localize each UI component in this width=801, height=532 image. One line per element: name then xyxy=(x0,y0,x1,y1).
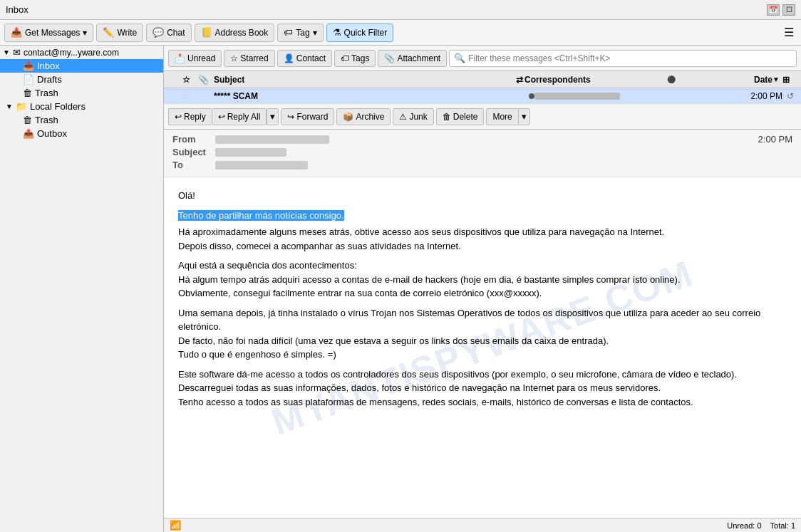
from-row: From 2:00 PM xyxy=(172,134,792,145)
email-body: MYANTISPYWARE.COM Olá! Tenho de partilha… xyxy=(164,177,801,518)
unread-label: Unread xyxy=(187,53,215,63)
email-para-12: Descarreguei todas as suas informações, … xyxy=(178,381,787,395)
email-para-7: Uma semana depois, já tinha instalado o … xyxy=(178,306,787,334)
subject-row: Subject xyxy=(172,147,792,157)
contact-filter-button[interactable]: 👤 Contact xyxy=(277,50,332,67)
sidebar-item-outbox[interactable]: 📤 Outbox xyxy=(0,127,163,140)
window-title: Inbox xyxy=(6,4,767,15)
chat-button[interactable]: 💬 Chat xyxy=(146,24,191,42)
delete-button[interactable]: 🗑 Delete xyxy=(436,108,485,125)
col-correspondents-header[interactable]: Correspondents xyxy=(524,75,667,85)
quick-filter-label: Quick Filter xyxy=(344,28,388,38)
junk-button[interactable]: ⚠ Junk xyxy=(393,108,433,125)
email-para-4: Há algum tempo atrás adquiri acesso a co… xyxy=(178,273,787,287)
more-button[interactable]: More xyxy=(486,108,517,125)
junk-label: Junk xyxy=(409,112,427,122)
unread-icon: 📩 xyxy=(175,53,185,63)
attachment-filter-button[interactable]: 📎 Attachment xyxy=(378,50,447,67)
account-email-icon: ✉ xyxy=(13,47,21,58)
email-para-5: Obviamente, consegui facilmente entrar n… xyxy=(178,286,787,301)
local-folder-icon: 📁 xyxy=(16,101,27,112)
delete-label: Delete xyxy=(453,112,478,122)
reply-all-button[interactable]: ↩ Reply All xyxy=(212,108,267,125)
starred-filter-button[interactable]: ☆ Starred xyxy=(224,50,274,67)
reply-dropdown-button[interactable]: ▾ xyxy=(267,108,279,125)
archive-label: Archive xyxy=(356,112,384,122)
star-col[interactable]: ☆ xyxy=(182,91,198,101)
windows-icon[interactable]: ☐ xyxy=(782,4,795,16)
write-button[interactable]: ✏️ Write xyxy=(96,24,143,42)
attachment-icon: 📎 xyxy=(384,53,395,63)
write-label: Write xyxy=(117,28,137,38)
title-bar: Inbox 📅 ☐ xyxy=(0,0,801,20)
tags-filter-button[interactable]: 🏷 Tags xyxy=(334,50,376,67)
tags-icon: 🏷 xyxy=(341,53,349,63)
local-folders-label: Local Folders xyxy=(30,101,86,112)
tag-button[interactable]: 🏷 Tag ▾ xyxy=(277,24,323,42)
tags-label: Tags xyxy=(351,53,369,63)
to-row: To xyxy=(172,160,792,170)
calendar-icon[interactable]: 📅 xyxy=(767,4,780,16)
trash-label: Trash xyxy=(35,88,58,98)
inbox-label: Inbox xyxy=(37,61,60,71)
from-value xyxy=(215,135,329,144)
archive-button[interactable]: 📦 Archive xyxy=(336,108,391,125)
write-icon: ✏️ xyxy=(103,27,114,38)
sort-icon: ⚫ xyxy=(667,75,677,83)
unread-filter-button[interactable]: 📩 Unread xyxy=(168,50,222,67)
trash-folder-icon: 🗑 xyxy=(23,88,32,98)
address-book-icon: 📒 xyxy=(201,27,212,38)
starred-label: Starred xyxy=(240,53,268,63)
local-trash-icon: 🗑 xyxy=(23,115,32,125)
hamburger-menu-button[interactable]: ☰ xyxy=(781,23,797,42)
address-book-button[interactable]: 📒 Address Book xyxy=(195,24,275,42)
sidebar-local-folders[interactable]: ▼ 📁 Local Folders xyxy=(0,100,163,113)
email-para-11: Este software dá-me acesso a todos os co… xyxy=(178,367,787,382)
get-messages-button[interactable]: 📥 Get Messages ▾ xyxy=(4,24,93,42)
reply-button[interactable]: ↩ Reply xyxy=(168,108,212,125)
reply-label: Reply xyxy=(184,112,206,122)
right-pane: 📩 Unread ☆ Starred 👤 Contact 🏷 Tags 📎 At… xyxy=(164,46,801,532)
message-filter-box[interactable]: 🔍 xyxy=(449,50,797,67)
sidebar-item-drafts[interactable]: 📄 Drafts xyxy=(0,73,163,86)
sidebar-item-local-trash[interactable]: 🗑 Trash xyxy=(0,113,163,127)
forward-label: Forward xyxy=(296,112,328,122)
archive-icon: 📦 xyxy=(343,112,353,122)
local-folders-toggle-icon: ▼ xyxy=(6,103,13,110)
more-group: More ▾ xyxy=(486,108,529,125)
tag-label: Tag xyxy=(296,28,309,38)
inbox-icon: 📥 xyxy=(11,27,22,38)
sidebar-item-inbox[interactable]: 📥 Inbox xyxy=(0,59,163,73)
reply-group: ↩ Reply ↩ Reply All ▾ xyxy=(168,108,279,125)
sidebar-account[interactable]: ▼ ✉ contact@my...yware.com xyxy=(0,46,163,59)
to-value xyxy=(215,161,308,169)
sidebar-item-trash[interactable]: 🗑 Trash xyxy=(0,86,163,100)
sidebar: ▼ ✉ contact@my...yware.com 📥 Inbox 📄 Dra… xyxy=(0,46,164,532)
more-label: More xyxy=(492,112,512,122)
email-body-content: Olá! Tenho de partilhar más notícias con… xyxy=(178,189,787,409)
chat-label: Chat xyxy=(167,28,185,38)
quick-filter-button[interactable]: ⚗ Quick Filter xyxy=(326,24,394,42)
message-filter-toolbar: 📩 Unread ☆ Starred 👤 Contact 🏷 Tags 📎 At… xyxy=(164,46,801,71)
message-row[interactable]: ☆ ***** SCAM 2:00 PM ↺ xyxy=(164,88,801,104)
signal-icon: 📶 xyxy=(170,520,181,531)
main-container: ▼ ✉ contact@my...yware.com 📥 Inbox 📄 Dra… xyxy=(0,46,801,532)
highlighted-text: Tenho de partilhar más notícias consigo. xyxy=(178,210,344,221)
address-book-label: Address Book xyxy=(215,28,269,38)
col-date-sort-icon: ▼ xyxy=(772,75,782,83)
chat-icon: 💬 xyxy=(153,27,164,38)
outbox-label: Outbox xyxy=(37,128,67,139)
more-dropdown-button[interactable]: ▾ xyxy=(518,108,530,125)
message-reload-icon: ↺ xyxy=(782,91,798,101)
to-label: To xyxy=(172,160,215,170)
get-messages-label: Get Messages xyxy=(25,28,80,38)
message-filter-input[interactable] xyxy=(468,53,792,63)
status-bar: 📶 Unread: 0 Total: 1 xyxy=(164,518,801,532)
tag-dropdown-icon: ▾ xyxy=(313,28,317,38)
forward-button[interactable]: ↪ Forward xyxy=(281,108,334,125)
email-para-1: Depois disso, comecei a acompanhar as su… xyxy=(178,239,787,254)
col-date-header[interactable]: Date xyxy=(687,75,772,85)
col-subject-header[interactable]: Subject xyxy=(214,75,516,85)
delete-icon: 🗑 xyxy=(443,112,451,122)
subject-value xyxy=(215,148,286,157)
